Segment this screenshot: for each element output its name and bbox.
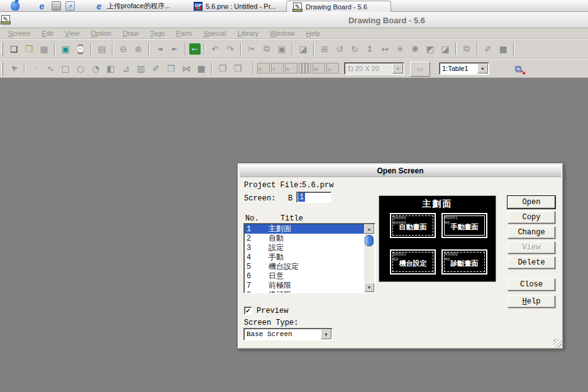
select-tool-icon[interactable]: ➤ — [4, 58, 23, 78]
list-item[interactable]: 5 機台設定 — [245, 262, 365, 271]
paste-icon[interactable]: ▣ — [275, 42, 289, 56]
new-screen-icon[interactable]: ❏ — [7, 42, 21, 56]
list-item[interactable]: 3 設定 — [245, 243, 365, 253]
text-tool-icon[interactable]: ✐ — [149, 62, 163, 75]
scrollbar[interactable]: ▲ ▼ — [364, 224, 374, 292]
menu-library[interactable]: Library — [232, 30, 265, 37]
undo-icon[interactable]: ↶ — [208, 42, 222, 56]
rectangle-tool-icon[interactable]: □ — [58, 62, 72, 75]
dot-tool-icon[interactable]: · — [28, 62, 42, 75]
redo-icon[interactable]: ↷ — [223, 42, 237, 56]
stamp2-icon[interactable]: ❒ — [231, 62, 245, 75]
save-icon[interactable]: ▦ — [37, 42, 51, 56]
rotate-cw-icon[interactable]: ↻ — [348, 42, 362, 56]
screen-type-dropdown[interactable]: Base Screen ▼ — [243, 328, 333, 340]
chevron-down-icon[interactable]: ▼ — [477, 63, 488, 74]
library-attr-icon[interactable]: A — [285, 63, 297, 74]
menu-help[interactable]: Help — [300, 30, 326, 37]
toolbar-grip[interactable] — [1, 42, 3, 56]
taskbar-item-proface-upload[interactable]: e 上传proface的程序... — [94, 1, 170, 11]
copy-icon[interactable]: ⧉ — [260, 42, 274, 56]
table-select-combo[interactable]: 1:Table1 ▼ — [439, 62, 489, 75]
screen-image-icon[interactable]: ❐ — [164, 62, 178, 75]
zoom-out-icon[interactable]: ⊖ — [116, 42, 130, 56]
menu-window[interactable]: Window — [264, 30, 300, 37]
exit-icon[interactable]: ← — [189, 43, 201, 55]
screen-number-input[interactable]: 1 — [296, 192, 331, 203]
ie-icon[interactable]: e — [37, 1, 47, 11]
menu-edit[interactable]: Edit — [36, 30, 59, 37]
fill-rect-icon[interactable]: ■ — [496, 42, 510, 56]
menu-parts[interactable]: Parts — [170, 30, 198, 37]
resize-grip[interactable] — [553, 339, 562, 347]
rotate-ccw-icon[interactable]: ↺ — [333, 42, 347, 56]
polyline-tool-icon[interactable]: ∿ — [43, 62, 57, 75]
scrollbar-thumb[interactable] — [365, 235, 374, 246]
stamp-icon[interactable]: ❒ — [216, 62, 230, 75]
list-item[interactable]: 6 日意 — [245, 271, 365, 281]
grid-size-combo[interactable]: 1) 20 X 20 ▼ — [344, 62, 404, 75]
ie-shortcut-icon[interactable]: ↗ — [65, 1, 75, 11]
library-user-icon[interactable]: U — [326, 63, 339, 74]
fill-tool-icon[interactable]: ◧ — [104, 62, 118, 75]
enlarge-icon[interactable]: ✺ — [408, 42, 422, 56]
library-pattern-icon[interactable] — [299, 63, 311, 74]
change-button[interactable]: Change — [508, 226, 555, 239]
copy-button[interactable]: Copy — [508, 211, 555, 224]
apple-icon[interactable] — [11, 1, 19, 11]
library-load-icon[interactable]: D — [257, 63, 270, 74]
shade-right-icon[interactable]: ◪ — [438, 42, 452, 56]
help-button[interactable]: Help — [508, 295, 555, 308]
polygon-tool-icon[interactable]: ⊿ — [119, 62, 133, 75]
list-item[interactable]: 7 前極限 — [245, 281, 365, 290]
close-button[interactable]: Close — [508, 278, 555, 291]
cut-icon[interactable]: ✂ — [245, 42, 258, 56]
list-item[interactable]: 2 自動 — [245, 234, 365, 243]
list-item[interactable]: 1 主劃面 — [245, 224, 365, 234]
chevron-down-icon[interactable]: ▼ — [321, 329, 331, 339]
duplicate-icon[interactable]: ⊞ — [318, 42, 331, 56]
open-button[interactable]: Open — [508, 196, 555, 209]
tile-display-button[interactable]: ▭ — [410, 62, 430, 77]
menu-screen[interactable]: Screen — [3, 30, 36, 37]
library-text-icon[interactable]: T — [271, 63, 284, 74]
table-editor-icon[interactable]: ⧉ ↘ — [510, 61, 526, 77]
filled-square-icon[interactable]: ■ — [194, 62, 208, 75]
arc-tool-icon[interactable]: ◔ — [89, 62, 103, 75]
scroll-up-icon[interactable]: ▲ — [364, 224, 374, 234]
menu-view[interactable]: View — [59, 30, 86, 37]
circle-tool-icon[interactable]: ○ — [74, 62, 87, 75]
simulate-icon[interactable]: ▤ — [95, 42, 109, 56]
alarm-editor-icon[interactable]: ⌚ — [74, 42, 87, 56]
menu-tags[interactable]: Tags — [145, 30, 170, 37]
mark-tool-icon[interactable]: ⋈ — [179, 62, 193, 75]
open-screen-icon[interactable]: ❒ — [22, 42, 36, 56]
shade-left-icon[interactable]: ◩ — [423, 42, 437, 56]
menu-draw[interactable]: Draw — [117, 30, 145, 37]
previous-screen-icon[interactable]: ◄ — [153, 42, 167, 56]
screen-transfer-icon[interactable]: ▣ — [58, 42, 72, 56]
scroll-down-icon[interactable]: ▼ — [364, 283, 374, 292]
pen-check-icon[interactable]: ✐ — [481, 42, 495, 56]
erase-icon[interactable]: ◪ — [296, 42, 310, 56]
chevron-down-icon[interactable]: ▼ — [392, 63, 403, 74]
library-window-icon[interactable]: W — [313, 63, 325, 74]
drive-icon[interactable] — [52, 1, 61, 11]
list-item[interactable]: 4 手動 — [245, 253, 365, 262]
scale-tool-icon[interactable]: ▥ — [134, 62, 148, 75]
zoom-in-icon[interactable]: ⊕ — [131, 42, 145, 56]
toolbar-grip[interactable] — [1, 62, 3, 75]
group-icon[interactable]: ⧉ — [460, 42, 474, 56]
flip-vertical-icon[interactable]: ↕ — [363, 42, 377, 56]
taskbar-item-project[interactable]: GP 5.6.prw : Untitled - Pr... — [194, 1, 276, 11]
dialog-titlebar[interactable]: Open Screen — [240, 165, 561, 177]
menu-option[interactable]: Option — [86, 30, 117, 37]
shrink-icon[interactable]: ✳ — [393, 42, 407, 56]
screen-list[interactable]: 1 主劃面 2 自動 3 設定 4 手動 5 機台設定 — [243, 223, 375, 293]
delete-button[interactable]: Delete — [508, 256, 555, 269]
next-screen-icon[interactable]: ► — [168, 42, 182, 56]
flip-horizontal-icon[interactable]: ↔ — [378, 42, 392, 56]
taskbar-item-drawing-board-active[interactable]: ✎ Drawing Board - 5.6 — [286, 1, 391, 12]
menu-special[interactable]: Special — [198, 30, 232, 37]
preview-checkbox[interactable]: ✓ — [244, 307, 252, 315]
